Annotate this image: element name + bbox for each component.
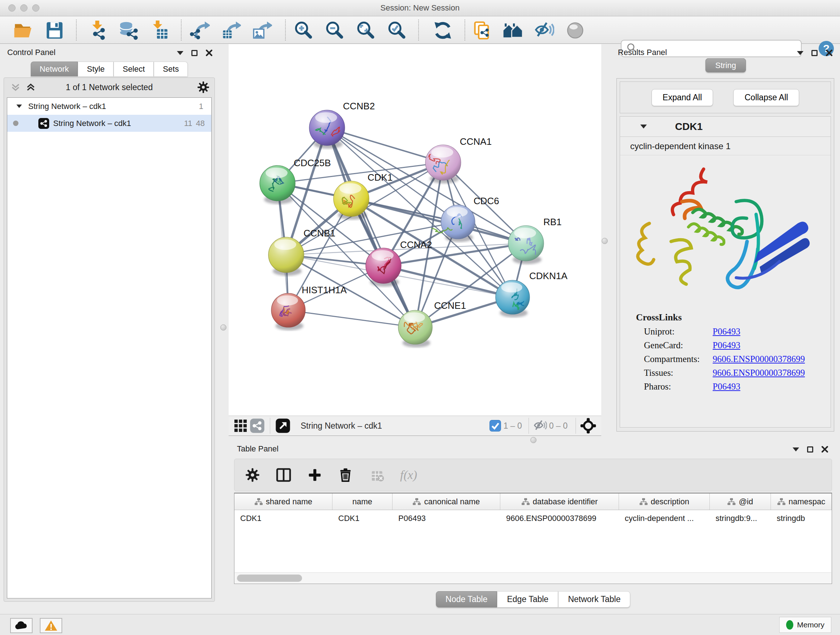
crosslink-link[interactable]: P06493 [713,326,740,337]
network-node-ccna2[interactable] [366,248,401,287]
birdseye-navigator-icon[interactable] [580,418,596,434]
table-options-gear-icon[interactable] [245,468,260,482]
panel-close-icon[interactable] [821,446,829,453]
table-cell[interactable]: 9606.ENSP00000378699 [500,510,619,527]
zoom-out-button[interactable] [324,20,344,41]
show-columns-icon[interactable] [276,467,292,483]
crosslink-link[interactable]: 9606.ENSP00000378699 [713,368,805,378]
import-network-button[interactable] [87,20,107,41]
control-panel: Control Panel NetworkStyleSelectSets 1 o… [4,46,215,611]
network-node-ccne1[interactable] [398,310,432,347]
column-header-description[interactable]: description [619,494,710,510]
crosslink-link[interactable]: P06493 [713,340,740,350]
panel-float-icon[interactable] [812,50,818,56]
network-options-gear-icon[interactable] [197,81,210,93]
column-header-name[interactable]: name [332,494,393,510]
export-network-button[interactable] [189,20,210,41]
zoom-fit-button[interactable] [355,20,376,41]
collapse-all-button[interactable]: Collapse All [733,89,799,106]
bottom-splitter-handle[interactable] [531,437,537,443]
panel-float-icon[interactable] [191,50,197,56]
tab-node-table[interactable]: Node Table [436,591,497,608]
network-edge[interactable] [327,128,443,163]
network-collection-row[interactable]: String Network – cdk1 1 [7,98,211,115]
table-cell[interactable]: stringdb:9... [710,510,771,527]
column-header-database-identifier[interactable]: database identifier [500,494,619,510]
grid-view-button[interactable] [232,416,249,436]
network-canvas[interactable]: CCNB2CCNA1CDC25BCDK1CDC6RB1CCNB1CCNA2CDK… [229,44,601,416]
left-splitter-handle[interactable] [220,325,226,331]
right-splitter-handle[interactable] [602,238,608,244]
tab-select[interactable]: Select [114,62,154,76]
import-database-button[interactable] [118,20,138,41]
network-edge[interactable] [288,310,415,327]
crosslink-link[interactable]: 9606.ENSP00000378699 [713,354,805,364]
column-header-namespac[interactable]: namespac [771,494,832,510]
clipboard-network-button[interactable] [472,20,492,41]
zoom-selected-button[interactable] [386,20,407,41]
tab-network[interactable]: Network [31,62,78,76]
zoom-in-button[interactable] [293,20,313,41]
table-cell[interactable]: cyclin-dependent ... [619,510,710,527]
export-table-button[interactable] [221,20,241,41]
column-header-canonical-name[interactable]: canonical name [393,494,500,510]
panel-menu-icon[interactable] [177,51,183,55]
open-file-button[interactable] [13,20,33,41]
node-table[interactable]: shared namenamecanonical namedatabase id… [234,493,832,584]
selected-nodes-checkbox-icon[interactable] [489,420,501,432]
tab-string[interactable]: String [706,58,745,73]
hidden-eye-icon[interactable] [533,419,547,432]
collection-expander-icon[interactable] [16,105,22,108]
panel-close-icon[interactable] [826,49,833,57]
network-node-hist1h1a[interactable] [271,293,305,330]
network-node-cdk1[interactable] [333,181,369,220]
panel-float-icon[interactable] [807,447,813,453]
gray-sphere-button[interactable] [565,20,585,41]
panel-menu-icon[interactable] [797,51,804,55]
entry-expander-icon[interactable] [640,125,647,128]
create-column-icon[interactable] [308,468,322,482]
hide-eye-button[interactable] [534,20,554,41]
table-cell[interactable]: CDK1 [234,510,332,527]
export-image-button[interactable] [252,20,272,41]
cloud-status-button[interactable] [10,618,33,633]
network-node-ccnb2[interactable] [309,110,345,149]
network-node-rb1[interactable] [508,226,544,264]
crosslink-label: Pharos: [644,382,713,392]
table-hscrollbar[interactable] [235,572,831,583]
import-table-button[interactable] [149,20,169,41]
network-node-cdc6[interactable] [431,205,475,242]
network-node-ccna1[interactable] [425,145,461,184]
panel-menu-icon[interactable] [793,448,799,451]
panel-close-icon[interactable] [205,49,213,57]
home-pair-button[interactable] [503,20,523,41]
save-button[interactable] [44,20,65,41]
table-cell[interactable]: stringdb [771,510,832,527]
refresh-button[interactable] [433,20,453,41]
network-edge[interactable] [351,199,526,243]
main-toolbar: ? [0,17,840,44]
column-header-shared-name[interactable]: shared name [234,494,332,510]
tab-style[interactable]: Style [78,62,114,76]
table-cell[interactable]: P06493 [393,510,500,527]
tab-network-table[interactable]: Network Table [558,591,630,608]
string-view-button[interactable] [249,416,265,436]
table-cell[interactable]: CDK1 [332,510,393,527]
tab-edge-table[interactable]: Edge Table [497,591,558,608]
warning-status-button[interactable] [40,618,62,633]
column-header--id[interactable]: @id [710,494,771,510]
table-hscrollbar-thumb[interactable] [237,575,302,582]
network-node-cdc25b[interactable] [260,165,295,204]
detach-view-button[interactable] [275,416,291,436]
network-row[interactable]: String Network – cdk1 11 48 [7,115,211,132]
delete-column-icon[interactable] [338,467,353,483]
network-node-ccnb1[interactable] [268,237,304,276]
shared-column-icon [412,497,421,506]
network-edge[interactable] [327,128,415,327]
tab-sets[interactable]: Sets [154,62,188,76]
window-titlebar: Session: New Session [0,0,840,16]
expand-all-button[interactable]: Expand All [652,89,714,106]
memory-button[interactable]: Memory [779,617,831,633]
network-node-cdkn1a[interactable] [496,280,530,317]
crosslink-link[interactable]: P06493 [713,382,740,392]
